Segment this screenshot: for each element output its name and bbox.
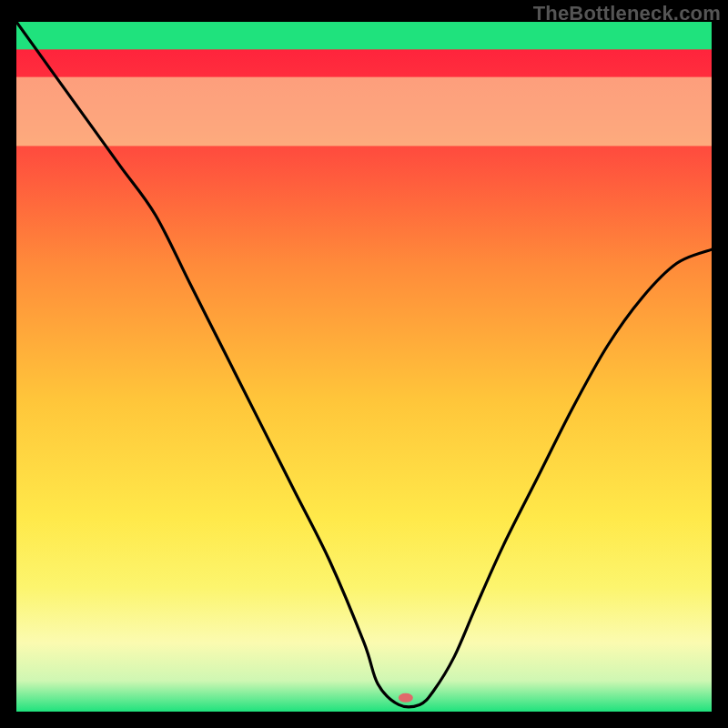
watermark-text: TheBottleneck.com bbox=[533, 2, 721, 25]
chart-svg bbox=[16, 22, 712, 712]
chart-frame: TheBottleneck.com bbox=[0, 0, 728, 728]
svg-rect-2 bbox=[16, 22, 712, 49]
bottleneck-chart bbox=[16, 22, 712, 712]
target-marker bbox=[399, 693, 413, 703]
svg-rect-1 bbox=[16, 77, 712, 147]
